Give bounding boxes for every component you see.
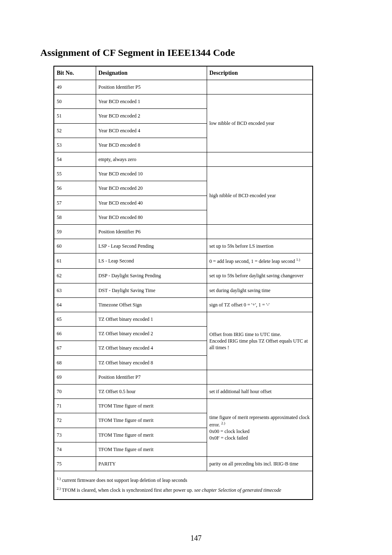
- cell-bit: 61: [54, 253, 96, 269]
- table-row: 71 TFOM Time figure of merit time figure…: [54, 399, 313, 413]
- cell-bit: 57: [54, 196, 96, 210]
- cell-bit: 71: [54, 399, 96, 413]
- cell-des: Position Identifier P5: [96, 80, 207, 94]
- cell-des: TFOM Time figure of merit: [96, 428, 207, 442]
- cell-desc-tz-offset: Offset from IRIG time to UTC time. Encod…: [207, 312, 313, 370]
- table-row: 60 LSP - Leap Second Pending set up to 5…: [54, 239, 313, 253]
- cell-bit: 53: [54, 138, 96, 152]
- table-row: 61 LS - Leap Second 0 = add leap second,…: [54, 253, 313, 269]
- cell-desc-lsp: set up to 59s before LS insertion: [207, 239, 313, 253]
- cell-des: Year BCD encoded 20: [96, 181, 207, 196]
- cell-des: TZ Offset binary encoded 1: [96, 312, 207, 327]
- tfom-line2: 0x00 = clock locked: [210, 428, 250, 434]
- cell-bit: 69: [54, 370, 96, 384]
- page-number: 147: [0, 534, 392, 543]
- cell-bit: 49: [54, 80, 96, 94]
- cell-bit: 73: [54, 428, 96, 442]
- cell-bit: 50: [54, 94, 96, 109]
- cell-bit: 58: [54, 210, 96, 224]
- cell-desc-dst: set during daylight saving time: [207, 283, 313, 297]
- table-row: 59 Position Identifier P6: [54, 224, 313, 239]
- cell-desc-low-nibble: low nibble of BCD encoded year: [207, 94, 313, 152]
- cell-bit: 64: [54, 297, 96, 312]
- fn1-text: current firmware does not support leap d…: [61, 477, 187, 483]
- cell-des: Position Identifier P6: [96, 224, 207, 239]
- fn2-text-a: TFOM is cleared, when clock is synchroni…: [61, 487, 194, 493]
- cell-desc: [207, 370, 313, 384]
- cell-bit: 63: [54, 283, 96, 297]
- cell-bit: 54: [54, 152, 96, 166]
- table-row: 55 Year BCD encoded 10 high nibble of BC…: [54, 167, 313, 181]
- cell-bit: 74: [54, 442, 96, 456]
- fn2-sup: 2.): [57, 486, 61, 491]
- table-row: 63 DST - Daylight Saving Time set during…: [54, 283, 313, 297]
- cell-des: Timezone Offset Sign: [96, 297, 207, 312]
- cell-bit: 55: [54, 167, 96, 181]
- cell-desc-tz-half: set if additional half hour offset: [207, 384, 313, 398]
- cell-des: TZ Offset binary encoded 4: [96, 341, 207, 355]
- cell-des: LSP - Leap Second Pending: [96, 239, 207, 253]
- cell-bit: 65: [54, 312, 96, 327]
- cell-bit: 62: [54, 269, 96, 283]
- cell-desc: [207, 224, 313, 239]
- fn1-sup: 1.): [57, 477, 61, 481]
- cell-des: Year BCD encoded 80: [96, 210, 207, 224]
- table-row: 70 TZ Offset 0.5 hour set if additional …: [54, 384, 313, 398]
- tz-line1: Offset from IRIG time to UTC time.: [210, 332, 281, 337]
- table-row: 75 PARITY parity on all preceding bits i…: [54, 456, 313, 471]
- cell-bit: 70: [54, 384, 96, 398]
- tz-line2: Encoded IRIG time plus TZ Offset equals …: [210, 338, 308, 350]
- cell-bit: 51: [54, 109, 96, 123]
- tfom-line3: 0x0F = clock failed: [210, 435, 248, 441]
- cell-desc-high-nibble: high nibble of BCD encoded year: [207, 167, 313, 225]
- cell-des: TFOM Time figure of merit: [96, 442, 207, 456]
- table-row: 62 DSP - Daylight Saving Pending set up …: [54, 269, 313, 283]
- col-description: Description: [207, 66, 313, 80]
- cell-des: TFOM Time figure of merit: [96, 399, 207, 413]
- cell-des: Position Identifier P7: [96, 370, 207, 384]
- table-row: 65 TZ Offset binary encoded 1 Offset fro…: [54, 312, 313, 327]
- ls-text: 0 = add leap second, 1 = delete leap sec…: [210, 258, 296, 264]
- cell-bit: 60: [54, 239, 96, 253]
- table-row: 54 empty, always zero: [54, 152, 313, 166]
- cell-des: TZ Offset binary encoded 8: [96, 355, 207, 370]
- footnotes: 1.) current firmware does not support le…: [54, 471, 313, 500]
- main-table: Bit No. Designation Description 49 Posit…: [53, 66, 313, 500]
- cell-des: DSP - Daylight Saving Pending: [96, 269, 207, 283]
- cell-desc-dsp: set up to 59s before daylight saving cha…: [207, 269, 313, 283]
- cell-des: LS - Leap Second: [96, 253, 207, 269]
- table-row: 64 Timezone Offset Sign sign of TZ offse…: [54, 297, 313, 312]
- cell-desc: [207, 80, 313, 94]
- cell-des: Year BCD encoded 10: [96, 167, 207, 181]
- cell-des: Year BCD encoded 40: [96, 196, 207, 210]
- cell-bit: 59: [54, 224, 96, 239]
- tfom-sup: 2.): [221, 421, 225, 425]
- cell-des: Year BCD encoded 4: [96, 123, 207, 138]
- table-row: 50 Year BCD encoded 1 low nibble of BCD …: [54, 94, 313, 109]
- col-designation: Designation: [96, 66, 207, 80]
- cell-des: Year BCD encoded 8: [96, 138, 207, 152]
- cell-bit: 72: [54, 413, 96, 428]
- cell-desc-tfom: time figure of merit represents approxim…: [207, 399, 313, 457]
- cell-bit: 56: [54, 181, 96, 196]
- cell-des: PARITY: [96, 456, 207, 471]
- fn2-text-b: see chapter Selection of generated timec…: [194, 487, 281, 493]
- cell-bit: 68: [54, 355, 96, 370]
- cell-desc-parity: parity on all preceding bits incl. IRIG-…: [207, 456, 313, 471]
- cell-bit: 67: [54, 341, 96, 355]
- cell-des: empty, always zero: [96, 152, 207, 166]
- cell-des: DST - Daylight Saving Time: [96, 283, 207, 297]
- cell-des: TFOM Time figure of merit: [96, 413, 207, 428]
- cell-desc-tz-sign: sign of TZ offset 0 = '+', 1 = '-': [207, 297, 313, 312]
- cell-des: Year BCD encoded 1: [96, 94, 207, 109]
- ls-sup: 1.): [296, 258, 300, 262]
- cell-des: TZ Offset 0.5 hour: [96, 384, 207, 398]
- page-title: Assignment of CF Segment in IEEE1344 Cod…: [40, 47, 352, 58]
- table-row: 69 Position Identifier P7: [54, 370, 313, 384]
- cell-des: Year BCD encoded 2: [96, 109, 207, 123]
- cell-desc: [207, 152, 313, 166]
- cell-des: TZ Offset binary encoded 2: [96, 327, 207, 341]
- col-bitno: Bit No.: [54, 66, 96, 80]
- table-header-row: Bit No. Designation Description: [54, 66, 313, 80]
- cell-desc-ls: 0 = add leap second, 1 = delete leap sec…: [207, 253, 313, 269]
